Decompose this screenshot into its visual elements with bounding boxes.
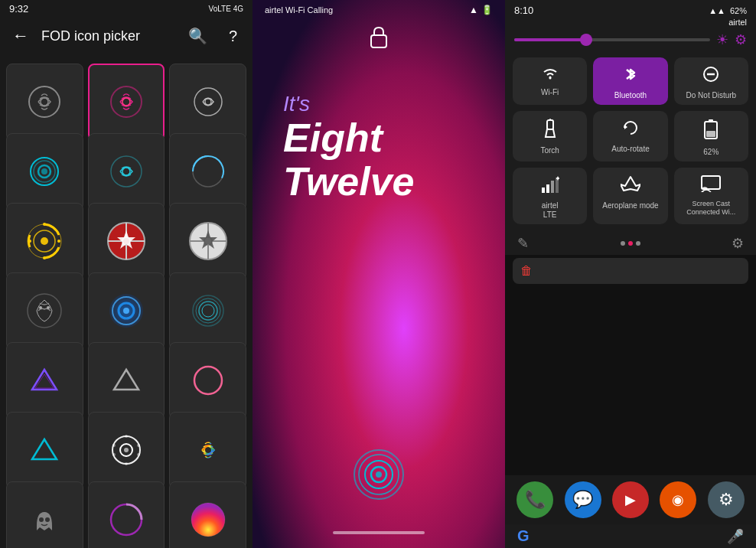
qs-brightness-thumb bbox=[580, 34, 592, 46]
qs-tile-dnd[interactable]: Do Not Disturb bbox=[674, 57, 748, 105]
fod-icon-8[interactable] bbox=[88, 203, 165, 280]
svg-point-70 bbox=[376, 471, 382, 478]
qs-app-play[interactable]: ▶ bbox=[612, 481, 649, 518]
qs-panel: 8:10 ▲▲ 62% airtel ☀ ⚙ Wi-Fi bbox=[505, 0, 756, 548]
svg-point-35 bbox=[39, 306, 42, 309]
fod-search-button[interactable]: 🔍 bbox=[182, 24, 213, 48]
qs-tile-autorotate[interactable]: Auto-rotate bbox=[593, 111, 667, 161]
qs-tiles-grid: Wi-Fi Bluetooth Do Not Disturb bbox=[505, 51, 756, 230]
svg-marker-76 bbox=[624, 125, 627, 129]
qs-play-icon: ▶ bbox=[625, 491, 636, 508]
fod-icon-15[interactable] bbox=[169, 342, 246, 419]
svg-point-11 bbox=[122, 168, 130, 175]
qs-settings-button[interactable]: ⚙ bbox=[732, 235, 744, 252]
qs-phone-icon: 📞 bbox=[525, 490, 546, 510]
qs-app-messages[interactable]: 💬 bbox=[565, 481, 601, 518]
fod-icons-grid bbox=[0, 57, 253, 548]
qs-torch-label: Torch bbox=[540, 146, 559, 155]
qs-mic-icon[interactable]: 🎤 bbox=[727, 528, 744, 545]
qs-dnd-icon bbox=[702, 65, 720, 88]
svg-point-54 bbox=[137, 444, 140, 447]
fod-icon-12[interactable] bbox=[169, 272, 246, 350]
svg-point-10 bbox=[111, 156, 142, 187]
qs-airplane-icon bbox=[621, 175, 640, 198]
qs-wifi-label: Wi-Fi bbox=[541, 88, 559, 97]
svg-marker-47 bbox=[114, 370, 138, 390]
qs-torch-icon bbox=[543, 119, 558, 143]
fod-icon-1[interactable] bbox=[6, 64, 83, 141]
qs-wifi-icon bbox=[541, 65, 559, 85]
svg-point-71 bbox=[549, 77, 551, 80]
qs-brightness-row: ☀ ⚙ bbox=[505, 28, 756, 51]
phone-lock-icon bbox=[368, 24, 389, 54]
svg-point-9 bbox=[41, 168, 47, 175]
fod-icon-21[interactable] bbox=[169, 481, 246, 548]
phone-carrier: airtel Wi-Fi Calling bbox=[265, 5, 333, 15]
svg-point-41 bbox=[193, 295, 223, 326]
phone-panel: airtel Wi-Fi Calling ▲ 🔋 It's Eight Twel… bbox=[253, 0, 505, 548]
qs-battery: 62% bbox=[730, 6, 747, 15]
fod-icon-3[interactable] bbox=[169, 64, 246, 141]
qs-dnd-label: Do Not Disturb bbox=[686, 91, 737, 100]
svg-point-58 bbox=[112, 444, 116, 447]
fod-header: ← FOD icon picker 🔍 ? bbox=[0, 15, 253, 57]
fod-icon-20[interactable] bbox=[88, 481, 165, 548]
qs-tile-torch[interactable]: Torch bbox=[513, 111, 587, 161]
fod-help-button[interactable]: ? bbox=[223, 24, 243, 48]
phone-status-bar: airtel Wi-Fi Calling ▲ 🔋 bbox=[253, 0, 505, 20]
svg-marker-49 bbox=[32, 439, 57, 459]
qs-notification-item[interactable]: 🗑 bbox=[513, 258, 748, 284]
qs-app-chrome[interactable]: ◉ bbox=[660, 481, 696, 518]
svg-point-56 bbox=[125, 462, 128, 465]
qs-google-g: G bbox=[517, 527, 530, 545]
qs-tile-screencast[interactable]: Screen CastConnected Wi... bbox=[674, 168, 748, 224]
svg-point-42 bbox=[196, 298, 220, 323]
fod-icon-6[interactable] bbox=[169, 133, 246, 210]
svg-point-40 bbox=[123, 308, 129, 314]
qs-sun-icon: ☀ bbox=[716, 31, 728, 48]
fod-signal: VoLTE 4G bbox=[209, 5, 243, 13]
fod-icon-18[interactable] bbox=[169, 412, 246, 489]
fod-icon-4[interactable] bbox=[6, 133, 83, 210]
fod-icon-7[interactable] bbox=[6, 203, 83, 280]
fod-icon-14[interactable] bbox=[88, 342, 165, 419]
qs-tile-bluetooth[interactable]: Bluetooth bbox=[593, 57, 667, 105]
qs-messages-icon: 💬 bbox=[572, 490, 593, 510]
svg-point-36 bbox=[47, 306, 50, 309]
svg-rect-74 bbox=[547, 120, 553, 129]
fod-back-button[interactable]: ← bbox=[9, 23, 32, 49]
qs-search-row: G 🎤 bbox=[505, 524, 756, 548]
phone-its-text: It's bbox=[283, 92, 415, 116]
qs-bluetooth-icon bbox=[623, 65, 638, 88]
svg-rect-81 bbox=[546, 184, 549, 193]
qs-edit-icon[interactable]: ✎ bbox=[517, 235, 529, 252]
svg-point-15 bbox=[41, 237, 48, 245]
fod-icon-2[interactable] bbox=[88, 64, 165, 141]
fod-icon-19[interactable] bbox=[6, 481, 83, 548]
qs-tile-wifi[interactable]: Wi-Fi bbox=[513, 57, 587, 105]
qs-tile-airplane[interactable]: Aeroplane mode bbox=[593, 168, 667, 224]
svg-point-17 bbox=[57, 240, 60, 243]
qs-tile-battery[interactable]: 62% bbox=[674, 111, 748, 161]
qs-battery-icon bbox=[703, 119, 719, 145]
fod-icon-5[interactable] bbox=[88, 133, 165, 210]
phone-time-line1: Eight bbox=[283, 116, 415, 160]
svg-point-48 bbox=[194, 367, 222, 394]
fod-icon-16[interactable] bbox=[6, 412, 83, 489]
fod-icon-17[interactable] bbox=[88, 412, 165, 489]
fod-icon-11[interactable] bbox=[88, 272, 165, 350]
fod-icon-10[interactable] bbox=[6, 272, 83, 350]
svg-point-0 bbox=[29, 86, 60, 117]
qs-app-settings[interactable]: ⚙ bbox=[708, 481, 745, 518]
qs-brightness-track[interactable] bbox=[514, 38, 710, 41]
fod-icon-9[interactable] bbox=[169, 203, 246, 280]
svg-point-44 bbox=[202, 305, 214, 317]
phone-fod-circle[interactable] bbox=[351, 447, 406, 502]
qs-tile-airtel[interactable]: airtelLTE bbox=[513, 168, 587, 224]
fod-icon-13[interactable] bbox=[6, 342, 83, 419]
qs-status-bar: 8:10 ▲▲ 62% bbox=[505, 0, 756, 18]
svg-point-59 bbox=[204, 446, 212, 454]
qs-app-phone[interactable]: 📞 bbox=[516, 481, 553, 518]
svg-rect-78 bbox=[709, 119, 713, 122]
qs-settings-gear-icon[interactable]: ⚙ bbox=[735, 31, 747, 48]
